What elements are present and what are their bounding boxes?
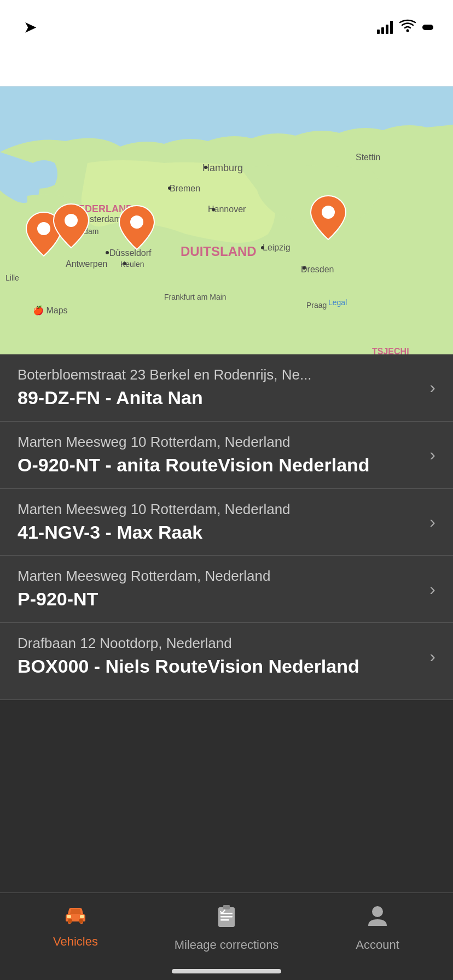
svg-rect-35 [80,915,84,918]
svg-point-22 [65,214,78,227]
svg-point-42 [372,906,383,917]
car-icon [63,904,88,930]
svg-rect-34 [67,915,71,918]
svg-text:Frankfurt am Main: Frankfurt am Main [164,293,226,301]
svg-point-0 [406,29,409,32]
vehicle-item[interactable]: Marten Meesweg 10 Rotterdam, Nederland 4… [0,489,453,556]
svg-text:Antwerpen: Antwerpen [66,259,108,269]
app-header [0,48,453,86]
tab-vehicles[interactable]: Vehicles [0,904,151,949]
tab-mileage[interactable]: Mileage corrections [151,904,302,952]
vehicle-info: Marten Meesweg Rotterdam, Nederland P-92… [18,568,421,610]
status-bar: ➤ [0,0,453,48]
chevron-right-icon: › [429,646,435,667]
svg-rect-41 [220,919,229,921]
svg-point-27 [212,208,215,211]
vehicle-item[interactable]: Marten Meesweg 10 Rotterdam, Nederland O… [0,422,453,489]
svg-text:DUITSLAND: DUITSLAND [181,244,257,259]
vehicle-item[interactable]: Marten Meesweg Rotterdam, Nederland P-92… [0,556,453,623]
tab-account[interactable]: Account [302,904,453,952]
svg-point-31 [303,266,306,270]
vehicle-item[interactable]: Boterbloemstraat 23 Berkel en Rodenrijs,… [0,354,453,422]
svg-point-33 [79,919,83,923]
svg-text:Lille: Lille [5,273,19,282]
location-icon: ➤ [24,19,36,36]
status-time: ➤ [20,19,36,36]
svg-point-23 [130,215,143,229]
svg-point-26 [168,186,171,190]
battery-indicator [422,25,433,30]
tab-account-label: Account [356,938,399,952]
home-indicator [172,969,281,973]
svg-text:Legal: Legal [328,298,347,307]
vehicle-info: Boterbloemstraat 23 Berkel en Rodenrijs,… [18,366,421,409]
svg-text:Düsseldorf: Düsseldorf [109,248,152,258]
map-area[interactable]: NEDERLAND DUITSLAND Hamburg Bremen Hanno… [0,86,453,354]
vehicle-address: Boterbloemstraat 23 Berkel en Rodenrijs,… [18,366,421,383]
vehicle-address: Marten Meesweg 10 Rotterdam, Nederland [18,501,421,518]
vehicle-item[interactable]: Drafbaan 12 Nootdorp, Nederland BOX000 -… [0,623,453,700]
svg-point-29 [123,262,126,265]
svg-text:Hamburg: Hamburg [202,162,243,173]
svg-text:Bremen: Bremen [170,184,200,193]
svg-point-24 [322,206,335,219]
svg-point-21 [37,222,50,235]
signal-icon [377,21,393,34]
vehicle-info: Drafbaan 12 Nootdorp, Nederland BOX000 -… [18,635,421,678]
svg-point-32 [68,919,72,923]
svg-text:Stettin: Stettin [356,153,380,162]
chevron-right-icon: › [429,579,435,599]
svg-point-25 [204,166,207,169]
vehicle-name: 41-NGV-3 - Max Raak [18,521,421,544]
chevron-right-icon: › [429,512,435,532]
vehicle-list: Boterbloemstraat 23 Berkel en Rodenrijs,… [0,354,453,700]
svg-text:Dresden: Dresden [301,265,334,274]
vehicle-name: 89-DZ-FN - Anita Nan [18,387,421,409]
svg-text:TSJECHI: TSJECHI [372,347,409,354]
vehicle-address: Drafbaan 12 Nootdorp, Nederland [18,635,421,652]
chevron-right-icon: › [429,377,435,398]
vehicle-address: Marten Meesweg 10 Rotterdam, Nederland [18,434,421,451]
svg-text:🍎 Maps: 🍎 Maps [33,305,68,316]
vehicle-name: P-920-NT [18,588,421,610]
tab-vehicles-label: Vehicles [53,935,98,949]
status-icons [377,19,433,36]
svg-point-30 [261,246,264,249]
vehicle-name: BOX000 - Niels RouteVision Nederland [18,655,421,678]
bottom-nav: Vehicles Mileage corrections Accou [0,892,453,980]
svg-rect-38 [223,905,230,909]
tab-mileage-label: Mileage corrections [175,938,279,952]
svg-text:Leipzig: Leipzig [263,243,291,252]
vehicle-address: Marten Meesweg Rotterdam, Nederland [18,568,421,585]
clipboard-icon [216,904,237,934]
chevron-right-icon: › [429,445,435,465]
vehicle-info: Marten Meesweg 10 Rotterdam, Nederland O… [18,434,421,476]
svg-text:Praag: Praag [306,301,327,310]
svg-point-28 [106,251,109,254]
wifi-icon [399,19,416,36]
svg-rect-40 [220,916,233,918]
vehicle-info: Marten Meesweg 10 Rotterdam, Nederland 4… [18,501,421,544]
vehicle-name: O-920-NT - anita RouteVision Nederland [18,454,421,476]
person-icon [367,904,388,934]
